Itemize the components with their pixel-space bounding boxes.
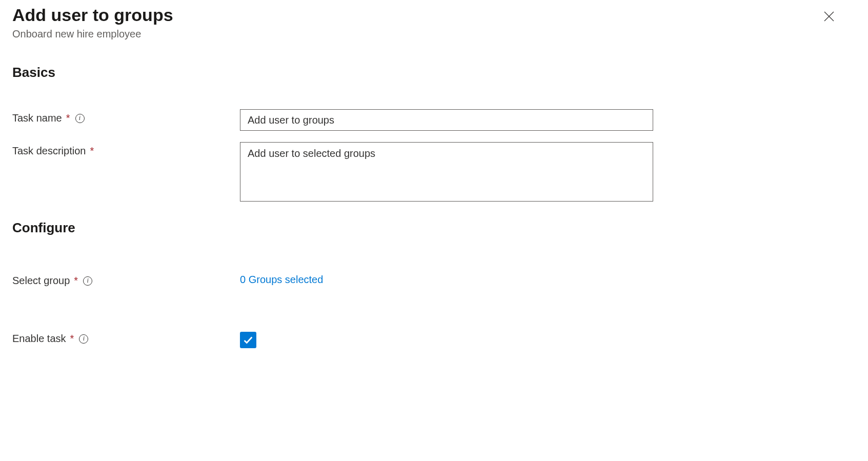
task-description-row: Task description * xyxy=(12,142,856,202)
enable-task-checkbox[interactable] xyxy=(240,332,256,348)
task-name-row: Task name * i xyxy=(12,109,856,131)
info-icon[interactable]: i xyxy=(79,334,88,344)
panel-header: Add user to groups Onboard new hire empl… xyxy=(12,5,856,40)
panel-subtitle: Onboard new hire employee xyxy=(12,28,173,40)
required-indicator: * xyxy=(66,112,70,124)
enable-task-row: Enable task * i xyxy=(12,331,856,348)
configure-heading: Configure xyxy=(12,220,856,236)
close-icon xyxy=(823,10,835,23)
select-group-label: Select group xyxy=(12,275,70,287)
select-group-link[interactable]: 0 Groups selected xyxy=(240,272,323,286)
enable-task-label: Enable task xyxy=(12,333,66,345)
basics-heading: Basics xyxy=(12,65,856,81)
select-group-label-cell: Select group * i xyxy=(12,272,240,287)
task-description-input[interactable] xyxy=(240,142,653,202)
checkmark-icon xyxy=(243,334,254,346)
close-button[interactable] xyxy=(821,8,837,26)
enable-task-checkbox-wrap xyxy=(240,331,256,348)
required-indicator: * xyxy=(90,145,94,157)
enable-task-label-cell: Enable task * i xyxy=(12,331,240,345)
task-name-label: Task name xyxy=(12,112,62,124)
task-description-label: Task description xyxy=(12,145,86,157)
select-group-row: Select group * i 0 Groups selected xyxy=(12,272,856,287)
info-icon[interactable]: i xyxy=(83,276,92,286)
task-description-label-cell: Task description * xyxy=(12,142,240,157)
panel-title: Add user to groups xyxy=(12,5,173,25)
info-icon[interactable]: i xyxy=(75,114,85,123)
task-name-input[interactable] xyxy=(240,109,653,131)
required-indicator: * xyxy=(74,275,78,287)
required-indicator: * xyxy=(70,333,74,345)
task-name-label-cell: Task name * i xyxy=(12,109,240,124)
